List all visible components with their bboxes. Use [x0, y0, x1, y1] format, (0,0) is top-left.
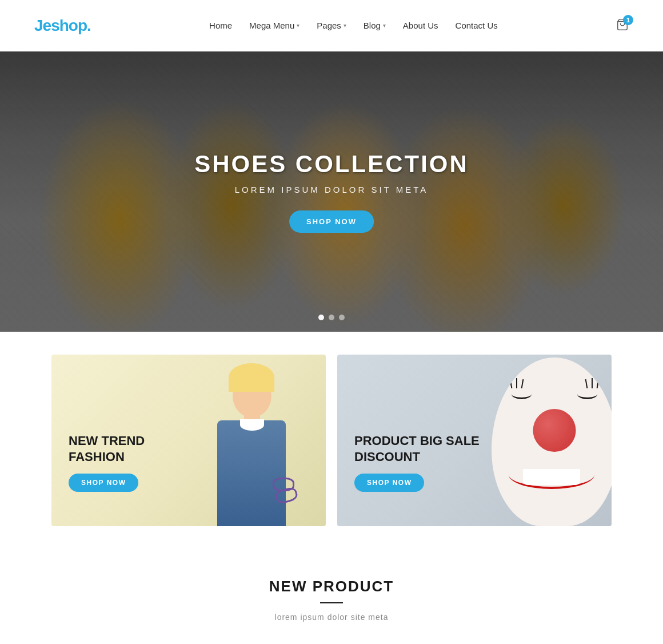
pages-arrow-icon: ▾	[344, 22, 346, 29]
promo-right-text: PRODUCT BIG SALE DISCOUNT SHOP NOW	[354, 433, 480, 492]
slider-dot-2[interactable]	[329, 315, 334, 320]
nav-home[interactable]: Home	[209, 21, 232, 30]
promo-left-title: NEW TREND FASHION	[69, 433, 194, 466]
hero-title: SHOES COLLECTION	[194, 150, 469, 178]
promo-card-right[interactable]: PRODUCT BIG SALE DISCOUNT SHOP NOW	[337, 355, 612, 526]
section-divider	[320, 602, 343, 603]
promo-right-title: PRODUCT BIG SALE DISCOUNT	[354, 433, 480, 466]
new-product-title: NEW PRODUCT	[11, 578, 652, 595]
new-product-section: NEW PRODUCT lorem ipsum dolor site meta	[0, 549, 663, 639]
hero-subtitle: LOREM IPSUM DOLOR SIT META	[194, 185, 469, 194]
slider-dot-3[interactable]	[339, 315, 345, 320]
cart-button[interactable]: 1	[616, 18, 629, 33]
promo-right-image	[474, 355, 612, 526]
slider-dot-1[interactable]	[318, 315, 324, 320]
nav-blog[interactable]: Blog ▾	[364, 21, 386, 30]
logo-text: Jeshop	[34, 17, 87, 34]
main-nav: Home Mega Menu ▾ Pages ▾ Blog ▾ About Us…	[209, 21, 498, 30]
hero-content: SHOES COLLECTION LOREM IPSUM DOLOR SIT M…	[194, 150, 469, 233]
hero-shop-now-button[interactable]: SHOP NOW	[289, 210, 374, 233]
logo-dot: .	[87, 17, 91, 34]
promo-right-shop-button[interactable]: SHOP NOW	[354, 474, 424, 492]
promo-left-text: NEW TREND FASHION SHOP NOW	[69, 433, 194, 492]
blog-arrow-icon: ▾	[383, 22, 386, 29]
nav-mega-menu[interactable]: Mega Menu ▾	[249, 21, 299, 30]
promo-left-shop-button[interactable]: SHOP NOW	[69, 474, 138, 492]
nav-about-us[interactable]: About Us	[403, 21, 438, 30]
slider-dots	[318, 315, 345, 320]
new-product-subtitle: lorem ipsum dolor site meta	[11, 613, 652, 622]
cart-badge: 1	[623, 15, 633, 25]
promo-left-image	[200, 363, 303, 526]
promo-card-left[interactable]: NEW TREND FASHION SHOP NOW	[51, 355, 326, 526]
mega-menu-arrow-icon: ▾	[297, 22, 299, 29]
logo[interactable]: Jeshop.	[34, 17, 91, 35]
promo-section: NEW TREND FASHION SHOP NOW	[0, 332, 663, 549]
nav-contact-us[interactable]: Contact Us	[456, 21, 498, 30]
header: Jeshop. Home Mega Menu ▾ Pages ▾ Blog ▾ …	[0, 0, 663, 51]
nav-pages[interactable]: Pages ▾	[317, 21, 346, 30]
hero-slider: SHOES COLLECTION LOREM IPSUM DOLOR SIT M…	[0, 51, 663, 332]
